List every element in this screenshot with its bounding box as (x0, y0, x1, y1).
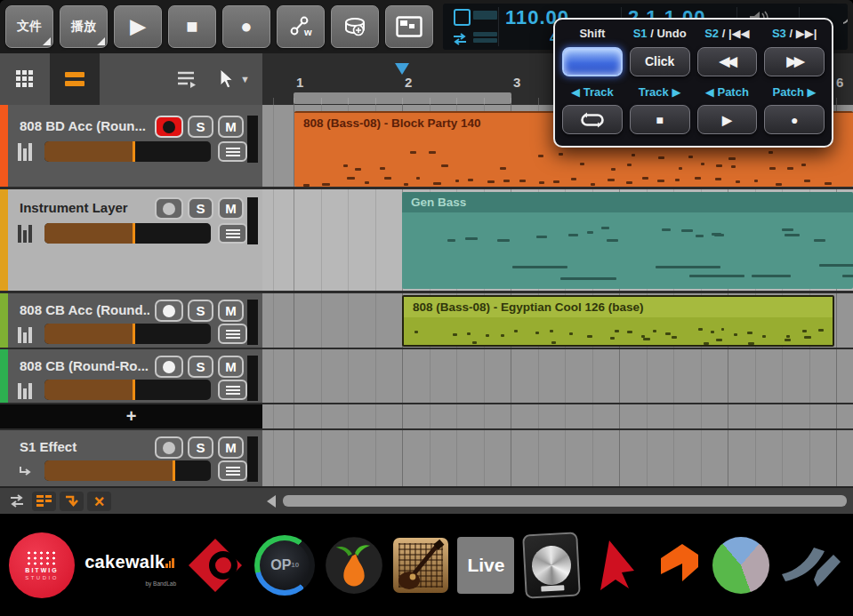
close-panel-button[interactable]: × (87, 492, 111, 511)
popup-stop-button[interactable]: ■ (630, 105, 690, 134)
pointer-tool-button[interactable]: ▼ (205, 53, 262, 105)
click-button[interactable]: Click (630, 47, 690, 76)
volume-slider[interactable] (44, 223, 211, 244)
add-instrument-button[interactable] (331, 5, 379, 48)
midi-note (787, 167, 793, 170)
orange-daw-icon[interactable] (654, 539, 704, 592)
loop-range-bar[interactable] (294, 92, 511, 104)
popup-play-button[interactable]: ▶ (697, 105, 758, 134)
fast-forward-button[interactable]: ▶▶ (764, 47, 825, 76)
midi-note (776, 183, 782, 186)
volume-slider[interactable] (44, 460, 211, 481)
track-list-toggle-button[interactable] (32, 492, 56, 511)
gray-angular-daw-icon[interactable] (778, 537, 844, 594)
midi-note (716, 339, 722, 341)
cakewalk-icon[interactable]: cakewalk by BandLab (84, 552, 176, 579)
follow-arrow-button[interactable] (60, 492, 84, 511)
automation-curve-icon[interactable] (841, 9, 848, 27)
op-knob-icon[interactable]: OP10 (254, 535, 315, 596)
garageband-icon[interactable] (393, 538, 448, 593)
timeline-lane[interactable] (262, 404, 853, 428)
popup-record-button[interactable]: ● (764, 105, 825, 134)
vu-meter (247, 436, 258, 482)
list-icon (177, 70, 197, 88)
solo-button[interactable]: S (188, 300, 213, 322)
record-arm-button[interactable] (155, 197, 183, 220)
mute-button[interactable]: M (218, 436, 244, 459)
midi-clip[interactable]: 808 (Bass-08) - Egyptian Cool 126 (base) (402, 295, 834, 347)
fl-studio-icon[interactable] (324, 535, 384, 596)
loop-button[interactable] (562, 105, 623, 134)
rewind-button[interactable]: ◀◀ (697, 47, 758, 76)
midi-note (465, 237, 478, 240)
scroll-left-arrow[interactable] (267, 495, 276, 508)
midi-note (536, 236, 546, 238)
ableton-live-icon[interactable]: Live (457, 537, 514, 594)
track-list-button[interactable] (168, 53, 205, 105)
timeline-lane[interactable] (262, 349, 853, 403)
midi-note (698, 328, 703, 331)
midi-clip[interactable]: Gen Bass (402, 192, 853, 289)
track-name[interactable]: 808 CB (Round-Ro... (20, 356, 149, 377)
mute-button[interactable]: M (218, 116, 244, 138)
display-divider (498, 7, 499, 46)
solo-button[interactable]: S (188, 436, 213, 459)
horizontal-scrollbar[interactable] (283, 495, 847, 507)
routing-button[interactable]: w (277, 5, 325, 48)
track-header[interactable]: 808 BD Acc (Roun... S M (0, 105, 262, 187)
vu-meter (247, 116, 258, 163)
track-name[interactable]: S1 Effect (20, 436, 149, 458)
play-button[interactable]: ▶ (114, 5, 162, 48)
cubase-icon[interactable] (185, 535, 245, 596)
track-header[interactable]: 808 CB (Round-Ro... S M (0, 349, 262, 403)
shift-button[interactable] (562, 47, 623, 76)
midi-note (610, 337, 615, 340)
mute-button[interactable]: M (218, 300, 244, 322)
stop-button[interactable]: ■ (168, 5, 216, 48)
track-menu-button[interactable] (218, 324, 247, 344)
red-arrow-daw-icon[interactable] (588, 535, 645, 596)
add-track-button[interactable]: + (0, 404, 262, 428)
bitwig-studio-icon[interactable]: BITWIG STUDIO (9, 532, 75, 598)
record-button[interactable]: ● (222, 5, 270, 48)
track-name[interactable]: 808 CB Acc (Round... (20, 300, 149, 321)
volume-slider[interactable] (44, 380, 211, 400)
timeline-lane[interactable] (262, 430, 853, 486)
mute-button[interactable]: M (218, 356, 244, 378)
track-header[interactable]: Instrument Layer S M (0, 189, 262, 291)
track-name[interactable]: 808 BD Acc (Roun... (20, 116, 149, 137)
reaper-icon[interactable] (712, 537, 769, 594)
record-arm-button[interactable] (155, 116, 183, 138)
file-menu-button[interactable]: 文件 (5, 5, 53, 48)
record-arm-button[interactable] (155, 300, 183, 322)
grid-view-button[interactable] (0, 53, 50, 105)
track-menu-button[interactable] (218, 141, 247, 162)
midi-note (662, 228, 671, 231)
arrange-view-tab[interactable] (50, 53, 100, 105)
playhead-marker[interactable] (395, 63, 409, 75)
track-header[interactable]: S1 Effect S M (0, 430, 262, 486)
logic-pro-icon[interactable] (522, 532, 581, 598)
chevron-down-icon[interactable]: ▼ (240, 74, 250, 84)
play-menu-button[interactable]: 播放 (60, 5, 108, 48)
volume-slider[interactable] (44, 324, 211, 344)
mute-button[interactable]: M (218, 197, 244, 220)
volume-slider[interactable] (44, 141, 211, 162)
midi-note (786, 335, 789, 338)
record-arm-button[interactable] (155, 436, 183, 459)
track-menu-button[interactable] (218, 223, 247, 244)
timeline-lane[interactable]: Gen Bass (262, 189, 853, 291)
swap-tracks-button[interactable] (4, 492, 28, 511)
track-menu-button[interactable] (218, 380, 247, 400)
volume-marker (133, 380, 135, 400)
solo-button[interactable]: S (188, 356, 213, 378)
track-menu-button[interactable] (218, 460, 247, 481)
solo-button[interactable]: S (188, 197, 213, 220)
cakewalk-sublabel: by BandLab (145, 580, 176, 587)
record-arm-button[interactable] (155, 356, 183, 378)
track-name[interactable]: Instrument Layer (20, 197, 149, 219)
solo-button[interactable]: S (188, 116, 213, 138)
layout-button[interactable] (385, 5, 433, 48)
track-header[interactable]: 808 CB Acc (Round... S M (0, 293, 262, 348)
timeline-lane[interactable]: 808 (Bass-08) - Egyptian Cool 126 (base) (262, 293, 853, 348)
